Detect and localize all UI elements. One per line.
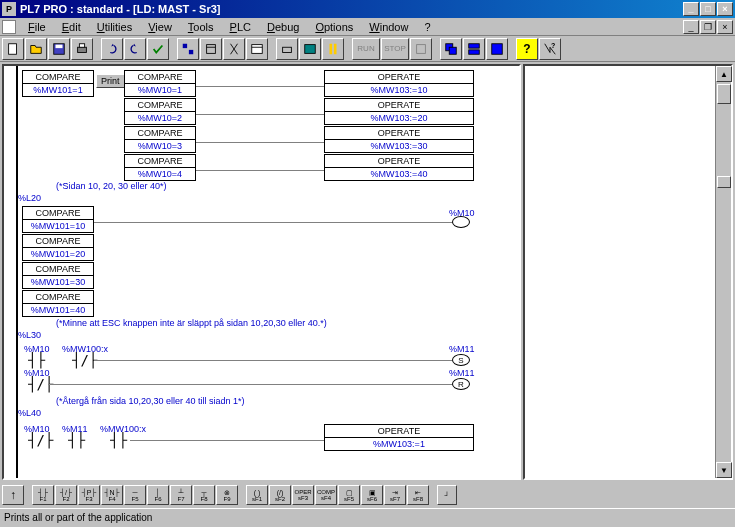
contact-no[interactable]: ┤├ — [68, 432, 85, 448]
help-button[interactable]: ? — [516, 38, 538, 60]
menu-file[interactable]: File — [20, 19, 54, 35]
child-restore-button[interactable]: ❐ — [700, 20, 716, 34]
coil-label: %M11 — [449, 368, 475, 378]
scroll-down-button[interactable]: ▼ — [716, 462, 732, 478]
whatsthis-button[interactable]: ? — [539, 38, 561, 60]
fkey-f4[interactable]: ┤N├F4 — [101, 485, 123, 505]
scroll-thumb[interactable] — [717, 84, 731, 104]
child-close-button[interactable]: × — [717, 20, 733, 34]
save-button[interactable] — [48, 38, 70, 60]
compare-block[interactable]: COMPARE %MW10=2 — [124, 98, 196, 125]
operate-block[interactable]: OPERATE %MW103:=40 — [324, 154, 474, 181]
compare-block[interactable]: COMPARE %MW10=1 — [124, 70, 196, 97]
vertical-scrollbar[interactable]: ▲ ▼ — [715, 66, 731, 478]
fkey-sf4[interactable]: COMPsF4 — [315, 485, 337, 505]
menu-utilities[interactable]: Utilities — [89, 19, 140, 35]
fkey-end[interactable]: ┘ — [437, 485, 457, 505]
tile-h-button[interactable] — [463, 38, 485, 60]
scroll-marker[interactable] — [717, 176, 731, 188]
redo-button[interactable] — [124, 38, 146, 60]
fkey-f2[interactable]: ┤/├F2 — [55, 485, 77, 505]
minimize-button[interactable]: _ — [683, 2, 699, 16]
coil[interactable] — [452, 216, 470, 228]
fkey-f6[interactable]: │F6 — [147, 485, 169, 505]
operate-block[interactable]: OPERATE %MW103:=10 — [324, 70, 474, 97]
menu-view[interactable]: View — [140, 19, 180, 35]
fkey-sf7[interactable]: ⇥sF7 — [384, 485, 406, 505]
compare-block[interactable]: COMPARE %MW101=20 — [22, 234, 94, 261]
open-button[interactable] — [25, 38, 47, 60]
compare-block[interactable]: COMPARE %MW101=1 — [22, 70, 94, 97]
tool-7-button[interactable] — [322, 38, 344, 60]
maximize-button[interactable]: □ — [700, 2, 716, 16]
block-value: %MW103:=10 — [325, 84, 473, 96]
tool-1-button[interactable] — [177, 38, 199, 60]
compare-block[interactable]: COMPARE %MW101=40 — [22, 290, 94, 317]
menu-tools[interactable]: Tools — [180, 19, 222, 35]
cascade-button[interactable] — [440, 38, 462, 60]
tool-4-button[interactable] — [246, 38, 268, 60]
svg-rect-11 — [283, 47, 292, 52]
ladder-editor[interactable]: COMPARE %MW101=1 Print COMPARE %MW10=1 C… — [2, 64, 521, 480]
set-coil[interactable]: S — [452, 354, 470, 366]
undo-button[interactable] — [101, 38, 123, 60]
menu-plc[interactable]: PLC — [222, 19, 259, 35]
fkey-f7[interactable]: ┴F7 — [170, 485, 192, 505]
operate-block[interactable]: OPERATE %MW103:=20 — [324, 98, 474, 125]
find-button[interactable] — [223, 38, 245, 60]
stop-button[interactable]: STOP — [381, 38, 409, 60]
fkey-f8[interactable]: ┬F8 — [193, 485, 215, 505]
reset-coil[interactable]: R — [452, 378, 470, 390]
fkey-sf6[interactable]: ▣sF6 — [361, 485, 383, 505]
wire — [196, 114, 324, 115]
tool-2-button[interactable] — [200, 38, 222, 60]
compare-block[interactable]: COMPARE %MW101=30 — [22, 262, 94, 289]
up-arrow-button[interactable]: ↑ — [2, 485, 24, 505]
contact-no[interactable]: ┤├ — [110, 432, 127, 448]
tool-6-button[interactable] — [299, 38, 321, 60]
block-title: OPERATE — [325, 127, 473, 140]
status-bar: Prints all or part of the application — [0, 508, 735, 526]
status-text: Prints all or part of the application — [4, 512, 152, 523]
menu-window[interactable]: Window — [361, 19, 416, 35]
fkey-f9[interactable]: ⊗F9 — [216, 485, 238, 505]
operate-block[interactable]: OPERATE %MW103:=1 — [324, 424, 474, 451]
svg-rect-5 — [183, 43, 187, 47]
contact-nc[interactable]: ┤/├ — [28, 432, 53, 448]
fkey-sf8[interactable]: ⇤sF8 — [407, 485, 429, 505]
tile-v-button[interactable] — [486, 38, 508, 60]
menu-options[interactable]: Options — [307, 19, 361, 35]
menu-debug[interactable]: Debug — [259, 19, 307, 35]
print-button[interactable] — [71, 38, 93, 60]
block-value: %MW10=3 — [125, 140, 195, 152]
block-title: COMPARE — [125, 99, 195, 112]
scroll-up-button[interactable]: ▲ — [716, 66, 732, 82]
fkey-sf3[interactable]: OPERsF3 — [292, 485, 314, 505]
compare-block[interactable]: COMPARE %MW10=4 — [124, 154, 196, 181]
menu-edit[interactable]: Edit — [54, 19, 89, 35]
new-button[interactable] — [2, 38, 24, 60]
child-minimize-button[interactable]: _ — [683, 20, 699, 34]
run-button[interactable]: RUN — [352, 38, 380, 60]
fkey-f3[interactable]: ┤P├F3 — [78, 485, 100, 505]
fkey-sf5[interactable]: ▢sF5 — [338, 485, 360, 505]
close-button[interactable]: × — [717, 2, 733, 16]
contact-no[interactable]: ┤├ — [28, 352, 45, 368]
block-value: %MW10=4 — [125, 168, 195, 180]
fkey-sf1[interactable]: ( )sF1 — [246, 485, 268, 505]
tool-10-button[interactable] — [410, 38, 432, 60]
fkey-sf2[interactable]: (/)sF2 — [269, 485, 291, 505]
operate-block[interactable]: OPERATE %MW103:=30 — [324, 126, 474, 153]
block-value: %MW101=10 — [23, 220, 93, 232]
fkey-f1[interactable]: ┤├F1 — [32, 485, 54, 505]
svg-rect-14 — [334, 43, 337, 54]
validate-button[interactable] — [147, 38, 169, 60]
fkey-f5[interactable]: ─F5 — [124, 485, 146, 505]
menu-help[interactable]: ? — [416, 19, 438, 35]
wire — [94, 222, 454, 223]
compare-block[interactable]: COMPARE %MW10=3 — [124, 126, 196, 153]
tool-5-button[interactable] — [276, 38, 298, 60]
coil-label: %M11 — [449, 344, 475, 354]
window-title: PL7 PRO : standard - [LD: MAST - Sr3] — [20, 3, 683, 15]
compare-block[interactable]: COMPARE %MW101=10 — [22, 206, 94, 233]
